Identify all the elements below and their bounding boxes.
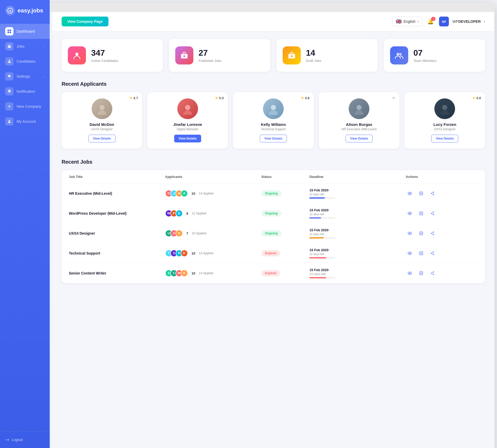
notification-badge: 3 — [431, 17, 435, 21]
language-label: English — [404, 19, 415, 24]
applicant-name-5: Lucy Forzen — [409, 122, 481, 127]
svg-point-17 — [399, 53, 402, 55]
avatar-stack-1: D J K A — [165, 190, 188, 197]
status-cell-4: Expired — [261, 250, 310, 256]
view-action-btn-5[interactable] — [406, 269, 414, 277]
view-details-btn-3[interactable]: View Details — [260, 135, 287, 142]
view-action-btn-4[interactable] — [406, 249, 414, 257]
sidebar-item-settings[interactable]: Settings › — [3, 69, 50, 84]
applicant-name-4: Alison Burgas — [323, 122, 395, 127]
svg-rect-5 — [10, 32, 11, 33]
svg-point-50 — [431, 233, 432, 234]
language-selector[interactable]: 🇬🇧 English ▾ — [392, 17, 422, 26]
stat-card-published-jobs: 27 Published Jobs — [169, 39, 270, 72]
sidebar-item-candidates[interactable]: Candidates — [3, 54, 50, 69]
deadline-date-2: 15 Feb 2020 — [309, 208, 406, 212]
applicant-role-1: UX/UI Designer — [66, 127, 138, 131]
col-job-title: Job Title — [69, 175, 165, 179]
progress-wrap-3 — [309, 237, 335, 239]
applied-text-2: 12 Applied — [192, 212, 206, 215]
sidebar-item-jobs[interactable]: Jobs › — [3, 39, 50, 54]
sidebar-item-dashboard[interactable]: Dashboard — [3, 24, 50, 39]
svg-point-30 — [431, 193, 432, 194]
star-icon-5: ★ — [472, 96, 476, 100]
view-details-btn-1[interactable]: View Details — [89, 135, 115, 142]
svg-point-13 — [184, 55, 185, 57]
progress-bar-4 — [309, 257, 326, 258]
share-action-btn-4[interactable] — [428, 249, 437, 257]
my-account-icon — [5, 117, 13, 126]
progress-bar-3 — [309, 237, 324, 239]
dashboard-label: Dashboard — [17, 29, 35, 33]
deadline-cell-4: 15 Feb 2020 12 days left — [309, 248, 406, 258]
edit-action-btn-3[interactable] — [417, 229, 425, 237]
job-title-5: Senior Content Writer — [69, 271, 165, 275]
topbar-right: 🇬🇧 English ▾ 🔔 3 WP — [392, 17, 485, 26]
progress-wrap-5 — [309, 277, 335, 278]
svg-point-21 — [356, 105, 362, 110]
svg-rect-4 — [8, 32, 9, 33]
view-company-button[interactable]: View Company Page — [62, 17, 108, 26]
actions-cell-2 — [406, 209, 478, 218]
share-action-btn-2[interactable] — [428, 209, 437, 218]
status-cell-5: Expired — [261, 270, 310, 276]
edit-action-btn-2[interactable] — [417, 209, 425, 218]
logo-icon: ej — [5, 6, 15, 16]
brand-selector[interactable]: WP WPWPDEVELOPERDEVELOPER ▾ — [439, 17, 485, 26]
svg-point-24 — [409, 193, 411, 194]
svg-line-52 — [432, 234, 433, 234]
team-members-label: Team Members — [413, 59, 437, 63]
published-jobs-label: Published Jobs — [199, 59, 221, 63]
svg-point-19 — [185, 105, 190, 110]
applicant-avatar-5 — [434, 98, 455, 119]
view-action-btn-2[interactable] — [406, 209, 414, 218]
logout-item[interactable]: ⇢ Logout — [5, 435, 45, 444]
sidebar-item-new-company[interactable]: New Company — [3, 99, 50, 114]
applicant-card-5: ★ 4.8 Lucy Forzen UX/UI Designer — [405, 92, 485, 149]
notification-bell[interactable]: 🔔 3 — [427, 18, 434, 25]
edit-action-btn-5[interactable] — [417, 269, 425, 277]
stat-card-draft-jobs: 14 Draft Jobs — [276, 39, 378, 72]
brand-name: WPWPDEVELOPERDEVELOPER — [452, 19, 481, 24]
applicant-card-1: ★ 4.7 David McDon UX/UI Designer — [62, 92, 142, 149]
view-details-btn-2[interactable]: View Details — [174, 135, 201, 142]
notification-label: Notification — [17, 89, 35, 93]
applicant-role-5: UX/UI Designer — [409, 127, 481, 131]
progress-wrap-2 — [309, 217, 335, 219]
applicant-card-2: ★ 5.0 Jinefar Loresne Digital Marketer — [147, 92, 228, 149]
applicants-cell-5: S C W R 10 14 Applied — [165, 270, 261, 277]
svg-point-15 — [291, 55, 293, 57]
jobs-label: Jobs — [17, 44, 25, 48]
logo-text: easy.jobs — [18, 7, 43, 14]
team-members-icon — [390, 46, 408, 64]
stat-card-active-candidates: 347 Active Candidates — [62, 39, 163, 72]
svg-point-49 — [433, 234, 434, 235]
view-action-btn-3[interactable] — [406, 229, 414, 237]
view-details-btn-5[interactable]: View Details — [431, 135, 458, 142]
sidebar-item-notification[interactable]: Notification — [3, 84, 50, 99]
share-action-btn-3[interactable] — [428, 229, 437, 237]
share-action-btn-1[interactable] — [428, 189, 437, 198]
rating-value-5: 4.8 — [476, 96, 481, 100]
jobs-chevron: › — [43, 45, 45, 48]
sidebar: ej easy.jobs Dashboard — [3, 3, 50, 448]
sidebar-item-my-account[interactable]: My Account — [3, 114, 50, 129]
svg-rect-3 — [10, 30, 11, 31]
view-action-btn-1[interactable] — [406, 189, 414, 198]
share-action-btn-5[interactable] — [428, 269, 437, 277]
applicant-rating-4: ★ — [392, 96, 395, 100]
applicant-role-3: Technical Support — [237, 127, 309, 131]
avatar-stack-3: U X D — [165, 230, 183, 237]
sidebar-nav: Dashboard Jobs › — [3, 21, 50, 431]
topbar: View Company Page 🇬🇧 English ▾ 🔔 3 — [52, 12, 494, 31]
svg-line-72 — [432, 273, 433, 274]
edit-action-btn-1[interactable] — [417, 189, 425, 198]
view-details-btn-4[interactable]: View Details — [346, 135, 372, 142]
edit-action-btn-4[interactable] — [417, 249, 425, 257]
candidates-label: Candidates — [17, 59, 35, 63]
sidebar-logo[interactable]: ej easy.jobs — [3, 3, 50, 21]
my-account-label: My Account — [17, 119, 36, 124]
star-icon-3: ★ — [301, 96, 304, 100]
brand-logo-icon: WP — [439, 17, 449, 26]
recent-applicants-title: Recent Applicants — [62, 81, 485, 87]
